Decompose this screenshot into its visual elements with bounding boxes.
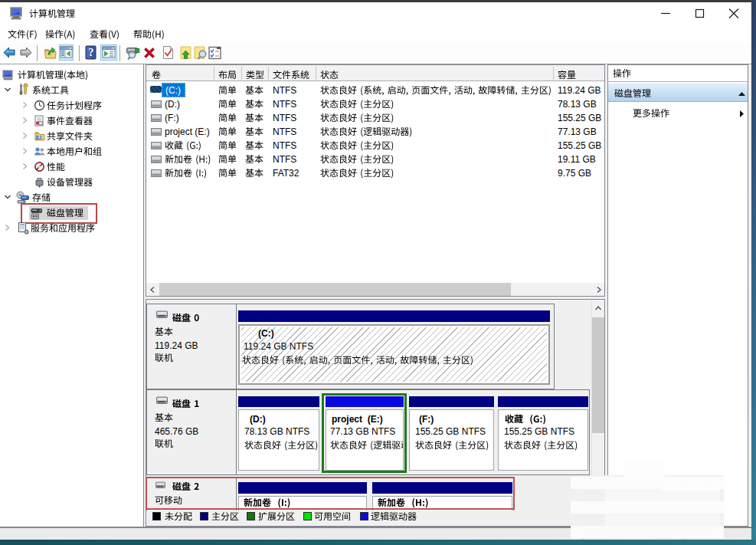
svg-text:?: ? [88,46,93,58]
